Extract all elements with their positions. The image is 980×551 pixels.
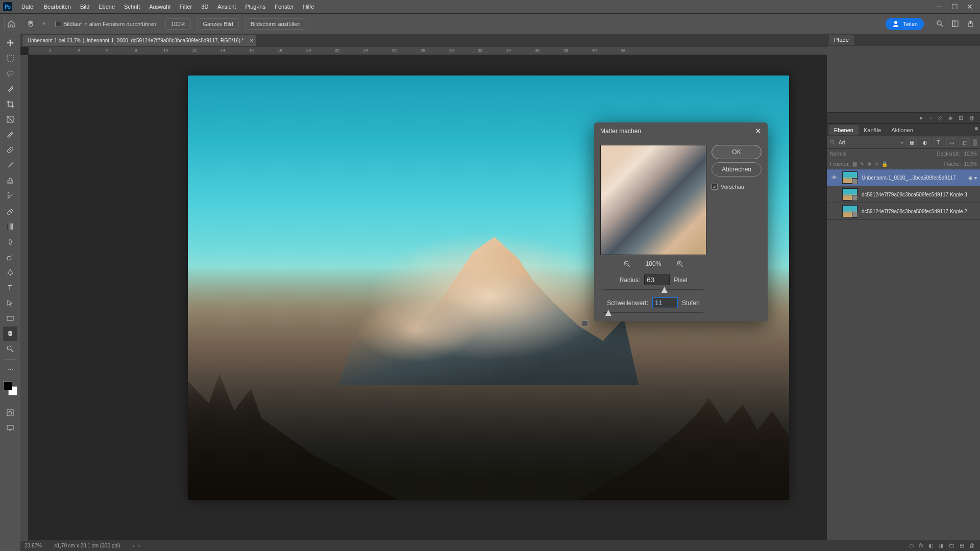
layer-row[interactable]: dc59124e7f79a08c3bca509fec5d9117 Kopie 2 [827, 203, 980, 220]
search-icon[interactable] [830, 140, 836, 145]
color-swatches[interactable] [3, 381, 17, 395]
layer-row[interactable]: dc59124e7f79a08c3bca509fec5d9117 Kopie 3 [827, 186, 980, 203]
paths-tab[interactable]: Pfade [829, 35, 854, 45]
rectangle-tool[interactable] [3, 311, 17, 325]
eraser-tool[interactable] [3, 204, 17, 218]
threshold-input[interactable] [652, 297, 678, 308]
layer-name[interactable]: dc59124e7f79a08c3bca509fec5d9117 Kopie 3 [862, 192, 977, 197]
layers-tab[interactable]: Ebenen [829, 125, 859, 135]
healing-tool[interactable] [3, 143, 17, 157]
option-zoom-100[interactable]: 100% [165, 18, 191, 30]
layer-thumbnail[interactable] [842, 188, 857, 201]
status-arrow-right[interactable]: › [132, 543, 134, 548]
dialog-resize-handle[interactable] [582, 320, 588, 327]
filter-pixel-icon[interactable]: ▦ [906, 138, 917, 146]
canvas[interactable]: Matter machen ✕ 100% Radius: [29, 55, 827, 540]
radius-input[interactable] [644, 274, 670, 285]
new-path-icon[interactable]: ⊞ [959, 115, 963, 121]
crop-tool[interactable] [3, 97, 17, 111]
marquee-tool[interactable] [3, 51, 17, 65]
menu-datei[interactable]: Datei [17, 2, 39, 12]
export-icon[interactable] [965, 18, 976, 30]
channels-tab[interactable]: Kanäle [859, 125, 886, 135]
menu-ebene[interactable]: Ebene [94, 2, 119, 12]
layers-menu-icon[interactable]: ≡ [975, 125, 978, 135]
layer-thumbnail[interactable] [842, 205, 857, 217]
delete-path-icon[interactable]: 🗑 [969, 115, 975, 121]
menu-bearbeiten[interactable]: Bearbeiten [40, 2, 75, 12]
lock-pixels-icon[interactable]: ▦ [852, 161, 857, 167]
quickmask-tool[interactable] [3, 406, 17, 420]
brush-tool[interactable] [3, 158, 17, 172]
blur-tool[interactable] [3, 235, 17, 249]
filter-toggle[interactable] [973, 139, 977, 146]
menu-bild[interactable]: Bild [76, 2, 93, 12]
filter-type-icon[interactable]: T [933, 138, 943, 146]
layer-group-icon[interactable]: 🗀 [949, 542, 954, 549]
fill-path-icon[interactable]: ● [919, 115, 923, 121]
status-arrow-left[interactable]: ‹ [138, 543, 140, 548]
maximize-button[interactable]: ☐ [947, 2, 962, 12]
dodge-tool[interactable] [3, 250, 17, 264]
filter-kind-label[interactable]: Art [839, 140, 845, 145]
move-tool[interactable] [3, 36, 17, 50]
filter-smart-icon[interactable]: ◫ [960, 138, 970, 146]
pen-tool[interactable] [3, 265, 17, 280]
hand-tool-toolbox[interactable] [3, 327, 17, 341]
status-zoom[interactable]: 23,67% [24, 543, 42, 548]
threshold-slider[interactable] [603, 312, 703, 313]
blend-mode-select[interactable]: Normal [830, 151, 846, 157]
path-selection-tool[interactable] [3, 296, 17, 310]
lasso-tool[interactable] [3, 66, 17, 81]
layer-mask-icon[interactable]: ◐ [928, 542, 934, 549]
lock-brush-icon[interactable]: ✎ [860, 161, 864, 167]
history-brush-tool[interactable] [3, 189, 17, 203]
menu-filter[interactable]: Filter [176, 2, 196, 12]
stroke-path-icon[interactable]: ○ [928, 115, 932, 121]
checkbox-icon[interactable] [55, 21, 61, 27]
share-button[interactable]: Teilen [886, 18, 924, 30]
menu-ansicht[interactable]: Ansicht [213, 2, 240, 12]
actions-tab[interactable]: Aktionen [886, 125, 918, 135]
menu-fenster[interactable]: Fenster [271, 2, 298, 12]
adjustment-layer-icon[interactable]: ◑ [939, 542, 944, 549]
menu-auswahl[interactable]: Auswahl [145, 2, 175, 12]
zoom-tool[interactable] [3, 342, 17, 356]
option-fit-screen[interactable]: Ganzes Bild [197, 18, 238, 30]
zoom-in-icon[interactable] [676, 260, 683, 267]
stamp-tool[interactable] [3, 173, 17, 188]
edit-toolbar-icon[interactable]: ⋯ [3, 363, 17, 377]
home-icon[interactable] [4, 17, 18, 31]
close-window-button[interactable]: ✕ [963, 2, 977, 12]
menu-3d[interactable]: 3D [197, 2, 212, 12]
frame-tool[interactable] [3, 112, 17, 127]
foreground-color[interactable] [3, 381, 12, 390]
document-tab[interactable]: Unbenannt-1 bei 23,7% (Unbenannt-1_0000_… [22, 35, 256, 46]
horizontal-ruler[interactable]: 24681012141618202224262830323436384042 [29, 47, 827, 55]
cancel-button[interactable]: Abbrechen [712, 162, 762, 177]
option-fill-screen[interactable]: Bildschirm ausfüllen [245, 18, 306, 30]
layer-thumbnail[interactable] [842, 171, 857, 184]
menu-schrift[interactable]: Schrift [120, 2, 144, 12]
layer-row[interactable]: 👁 Unbenannt-1_0000_...3bca509fec5d9117 ◉… [827, 169, 980, 186]
lock-all-icon[interactable]: 🔒 [881, 161, 888, 167]
smart-filter-icon[interactable]: ◉ ▾ [968, 175, 977, 181]
zoom-out-icon[interactable] [623, 260, 630, 267]
preview-checkbox[interactable] [712, 184, 718, 190]
opacity-value[interactable]: 100% [964, 151, 977, 157]
menu-plugins[interactable]: Plug-ins [241, 2, 270, 12]
path-mask-icon[interactable]: ◈ [948, 115, 952, 121]
link-layers-icon[interactable]: ⬭ [909, 542, 914, 549]
dialog-close-icon[interactable]: ✕ [755, 127, 762, 136]
panel-menu-icon[interactable]: ≡ [975, 35, 978, 45]
layer-name[interactable]: Unbenannt-1_0000_...3bca509fec5d9117 [862, 175, 964, 181]
magic-wand-tool[interactable] [3, 82, 17, 96]
vertical-ruler[interactable] [20, 55, 29, 541]
close-tab-icon[interactable]: × [250, 38, 253, 43]
dialog-preview[interactable] [600, 145, 706, 255]
search-icon[interactable] [934, 18, 945, 30]
new-layer-icon[interactable]: ⊞ [960, 542, 964, 549]
lock-position-icon[interactable]: ✥ [867, 161, 871, 167]
delete-layer-icon[interactable]: 🗑 [969, 542, 975, 549]
screenmode-tool[interactable] [3, 421, 17, 435]
